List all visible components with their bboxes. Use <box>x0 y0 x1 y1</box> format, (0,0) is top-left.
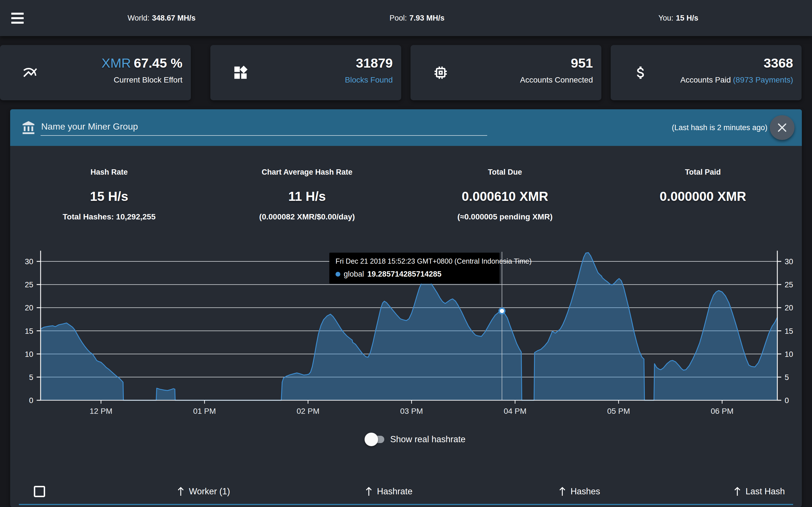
stat-label: Total Due <box>406 168 604 177</box>
svg-text:25: 25 <box>25 281 33 289</box>
sort-arrow-icon <box>559 487 566 497</box>
top-bar: World: 348.67 MH/s Pool: 7.93 MH/s You: … <box>0 0 812 36</box>
stat-sub: (≈0.000005 pending XMR) <box>406 212 604 221</box>
accounts-connected-value: 951 <box>571 55 593 71</box>
blocks-found-value: 31879 <box>356 55 393 71</box>
stat-label: Chart Average Hash Rate <box>208 168 406 177</box>
stat-value: 15 H/s <box>10 189 208 204</box>
blocks-found-link[interactable]: Blocks Found <box>345 75 393 84</box>
svg-text:10: 10 <box>784 350 793 358</box>
sort-arrow-icon <box>365 487 372 497</box>
pool-hashrate: Pool: 7.93 MH/s <box>389 0 444 36</box>
miner-stats-panel: (Last hash is 2 minutes ago) Hash Rate 1… <box>10 109 802 507</box>
show-real-hashrate-toggle[interactable] <box>366 436 384 443</box>
svg-text:01 PM: 01 PM <box>193 407 216 415</box>
miner-group-banner: (Last hash is 2 minutes ago) <box>10 109 802 146</box>
miner-group-name-input[interactable] <box>41 118 487 136</box>
stat-value: 11 H/s <box>208 189 406 204</box>
svg-text:25: 25 <box>784 281 793 289</box>
card-accounts-paid: 3368 Accounts Paid (8973 Payments) <box>611 45 802 100</box>
stat-label: Hash Rate <box>10 168 208 177</box>
svg-text:04 PM: 04 PM <box>504 407 526 415</box>
svg-text:12 PM: 12 PM <box>90 407 112 415</box>
you-value: 15 H/s <box>676 14 698 22</box>
card-block-effort: XMR67.45 % Current Block Effort <box>0 45 191 100</box>
payments-link[interactable]: (8973 Payments) <box>733 75 793 84</box>
you-label: You: <box>658 14 673 22</box>
svg-text:10: 10 <box>25 350 33 358</box>
world-label: World: <box>128 14 149 22</box>
stat-sub: (0.000082 XMR/$0.00/day) <box>208 212 406 221</box>
svg-text:0: 0 <box>784 396 789 405</box>
memory-chip-icon <box>433 64 449 81</box>
card-accounts-connected: 951 Accounts Connected <box>410 45 601 100</box>
multiline-chart-icon <box>22 64 38 81</box>
block-effort-label: Current Block Effort <box>114 75 183 84</box>
block-effort-value: XMR67.45 % <box>101 55 183 71</box>
tooltip-series: global <box>344 270 364 279</box>
block-effort-currency: XMR <box>101 55 131 70</box>
accounts-paid-label: Accounts Paid (8973 Payments) <box>680 75 793 84</box>
stat-value: 0.000000 XMR <box>604 189 802 204</box>
sort-arrow-icon <box>733 487 741 497</box>
tooltip-date: Fri Dec 21 2018 15:52:23 GMT+0800 (Centr… <box>336 257 493 265</box>
column-header-worker[interactable]: Worker (1) <box>177 485 230 498</box>
chart-tooltip: Fri Dec 21 2018 15:52:23 GMT+0800 (Centr… <box>329 252 500 284</box>
svg-text:20: 20 <box>25 304 33 312</box>
widgets-icon <box>232 64 249 81</box>
svg-text:03 PM: 03 PM <box>400 407 423 415</box>
column-header-last-hash[interactable]: Last Hash <box>733 485 785 498</box>
accounts-connected-label: Accounts Connected <box>520 75 593 84</box>
svg-text:5: 5 <box>784 373 789 382</box>
svg-text:20: 20 <box>784 304 793 312</box>
svg-text:05 PM: 05 PM <box>607 407 630 415</box>
select-all-checkbox[interactable] <box>34 486 45 497</box>
column-header-hashes[interactable]: Hashes <box>559 485 600 498</box>
svg-text:15: 15 <box>25 327 33 335</box>
svg-text:0: 0 <box>29 396 33 405</box>
accounts-paid-value: 3368 <box>763 55 793 71</box>
bank-icon <box>21 121 36 135</box>
table-header-divider <box>19 504 793 505</box>
column-header-hashrate[interactable]: Hashrate <box>365 485 412 498</box>
svg-text:30: 30 <box>784 258 793 266</box>
sort-arrow-icon <box>177 487 185 497</box>
svg-text:06 PM: 06 PM <box>711 407 733 415</box>
stat-sub: Total Hashes: 10,292,255 <box>10 212 208 221</box>
tooltip-value: 19.285714285714285 <box>367 270 442 279</box>
world-value: 348.67 MH/s <box>152 14 196 22</box>
series-dot-icon <box>336 272 340 277</box>
menu-icon[interactable] <box>11 13 24 24</box>
dollar-icon <box>633 64 649 81</box>
stat-value: 0.000610 XMR <box>406 189 604 204</box>
svg-text:30: 30 <box>25 258 33 266</box>
your-hashrate: You: 15 H/s <box>658 0 698 36</box>
toggle-knob[interactable] <box>364 433 378 446</box>
pool-value: 7.93 MH/s <box>409 14 445 22</box>
svg-text:02 PM: 02 PM <box>297 407 319 415</box>
pool-label: Pool: <box>389 14 407 22</box>
svg-text:15: 15 <box>784 327 793 335</box>
world-hashrate: World: 348.67 MH/s <box>128 0 195 36</box>
toggle-label: Show real hashrate <box>390 433 465 446</box>
close-icon[interactable] <box>770 115 795 140</box>
svg-text:5: 5 <box>29 373 33 382</box>
card-blocks-found: 31879 Blocks Found <box>210 45 401 100</box>
stat-label: Total Paid <box>604 168 802 177</box>
last-hash-status: (Last hash is 2 minutes ago) <box>672 109 767 146</box>
